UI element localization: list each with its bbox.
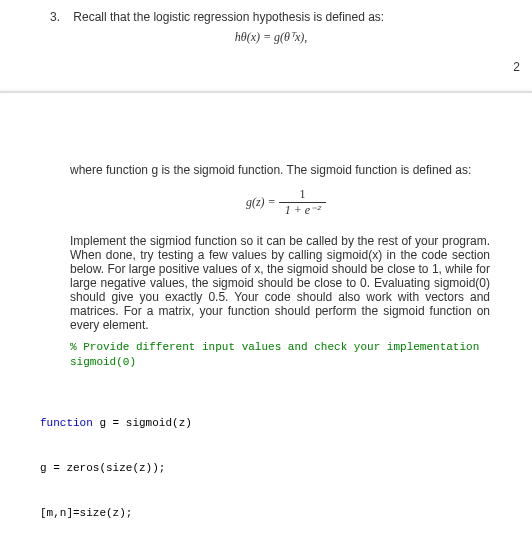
code-line-3: [m,n]=size(z);: [40, 506, 502, 521]
code-block: function g = sigmoid(z) g = zeros(size(z…: [40, 387, 502, 536]
hypothesis-formula: hθ(x) = g(θᵀx),: [40, 30, 502, 45]
comment-line-2: sigmoid(0): [70, 355, 502, 370]
formula-h-text: hθ(x) = g(θᵀx),: [235, 30, 308, 44]
page-number: 2: [513, 60, 520, 74]
question-3: 3. Recall that the logistic regression h…: [50, 10, 502, 24]
code-line-2: g = zeros(size(z));: [40, 461, 502, 476]
question-number: 3.: [50, 10, 70, 24]
keyword-function: function: [40, 417, 93, 429]
comment-line-1: % Provide different input values and che…: [70, 340, 502, 355]
comment-block: % Provide different input values and che…: [70, 340, 502, 371]
sigmoid-formula: g(z) = 1 1 + e⁻ᶻ: [70, 187, 502, 218]
formula-g-numerator: 1: [279, 187, 326, 203]
sigmoid-intro-text: where function g is the sigmoid function…: [70, 163, 490, 177]
code-line-1: function g = sigmoid(z): [40, 416, 502, 431]
formula-g-lhs: g(z) =: [246, 195, 279, 209]
page-container: 3. Recall that the logistic regression h…: [0, 0, 532, 71]
question-body: Implement the sigmiod function so it can…: [70, 234, 490, 332]
formula-g-denominator: 1 + e⁻ᶻ: [279, 203, 326, 218]
sigmoid-section: where function g is the sigmoid function…: [70, 163, 502, 332]
page-continued: where function g is the sigmoid function…: [0, 113, 532, 536]
page-divider: [0, 91, 532, 93]
question-intro: Recall that the logistic regression hypo…: [73, 10, 493, 24]
